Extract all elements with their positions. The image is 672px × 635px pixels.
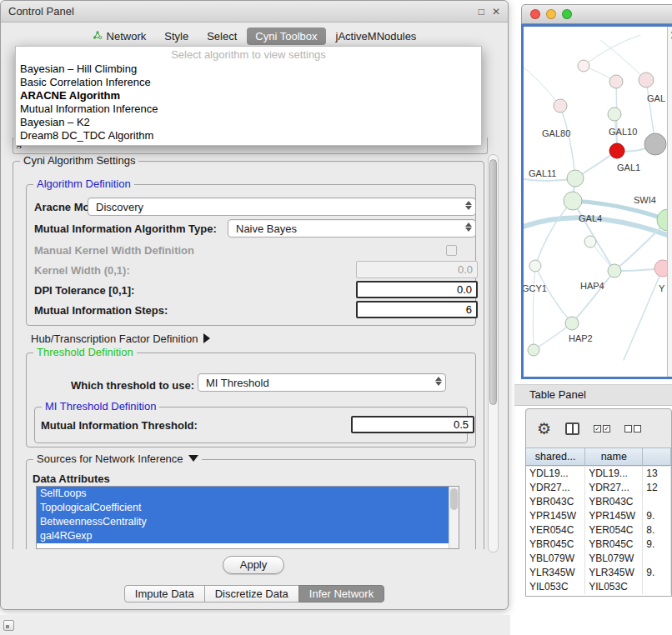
- column-header-name[interactable]: name: [585, 448, 643, 465]
- network-canvas[interactable]: GALGAL80GAL10GAL11GAL1SWI4GAL4GCY1HAP4YH…: [524, 27, 667, 377]
- bottom-tab-infer-network[interactable]: Infer Network: [298, 585, 384, 602]
- mi-type-combo[interactable]: Naive Bayes: [228, 219, 476, 238]
- column-header-shared[interactable]: shared...: [526, 448, 585, 465]
- aracne-mode-combo[interactable]: Discovery: [88, 198, 476, 216]
- network-node-label: GAL80: [542, 128, 570, 138]
- network-node[interactable]: [564, 192, 582, 210]
- network-node[interactable]: [608, 264, 621, 278]
- zoom-traffic-light-icon[interactable]: [562, 9, 572, 19]
- network-node-label: GAL: [647, 93, 665, 103]
- table-row[interactable]: YBR043CYBR043C: [526, 495, 671, 509]
- mi-type-value: Naive Bayes: [236, 222, 459, 235]
- aracne-mode-value: Discovery: [96, 201, 459, 213]
- select-all-checks-icon[interactable]: ✓✓: [594, 425, 610, 432]
- dpi-tolerance-field[interactable]: [356, 281, 478, 298]
- which-threshold-value: MI Threshold: [206, 377, 429, 389]
- attribute-item-selfloops[interactable]: SelfLoops: [37, 487, 449, 501]
- mi-steps-field[interactable]: [356, 301, 478, 318]
- minimize-traffic-light-icon[interactable]: [546, 9, 556, 19]
- columns-icon[interactable]: [565, 422, 579, 435]
- network-node-label: GAL4: [579, 213, 602, 223]
- dpi-tolerance-label: DPI Tolerance [0,1]:: [34, 282, 134, 299]
- tab-select[interactable]: Select: [198, 28, 245, 45]
- table-cell: YBL079W: [526, 552, 585, 566]
- tab-label: Network: [107, 30, 147, 42]
- settings-scrollbar[interactable]: [488, 154, 499, 552]
- network-tab-icon: [93, 30, 103, 42]
- network-node[interactable]: [584, 236, 596, 248]
- network-node[interactable]: [608, 108, 621, 121]
- network-node[interactable]: [528, 344, 539, 356]
- manual-kernel-label: Manual Kernel Width Definition: [34, 242, 194, 259]
- table-cell: 9.: [643, 538, 671, 552]
- table-row[interactable]: YDR27...YDR27...12: [526, 481, 671, 495]
- algorithm-dropdown-popup: Select algorithm to view settings Bayesi…: [15, 46, 482, 146]
- tab-network[interactable]: Network: [84, 28, 155, 45]
- network-edge: [535, 201, 573, 266]
- settings-scroll-viewport: Cyni Algorithm Settings Algorithm Defini…: [9, 154, 488, 549]
- settings-scrollbar-thumb[interactable]: [489, 159, 497, 405]
- which-threshold-label: Which threshold to use:: [71, 378, 194, 394]
- apply-button[interactable]: Apply: [223, 556, 284, 574]
- table-body: YDL19...YDL19...13YDR27...YDR27...12YBR0…: [526, 467, 671, 596]
- bottom-tab-discretize-data[interactable]: Discretize Data: [204, 585, 299, 602]
- network-node-label: HAP4: [580, 281, 604, 291]
- sources-group-title[interactable]: Sources for Network Inference: [33, 452, 202, 465]
- table-cell: [643, 552, 671, 566]
- float-window-icon[interactable]: □: [479, 7, 484, 17]
- attribute-item-topologicalcoefficient[interactable]: TopologicalCoefficient: [37, 501, 449, 515]
- bottom-strip: [0, 615, 510, 635]
- table-cell: YER054C: [526, 523, 585, 538]
- network-node[interactable]: [567, 170, 584, 187]
- algorithm-option-basic-correlation-inference[interactable]: Basic Correlation Inference: [16, 76, 481, 89]
- network-node[interactable]: [578, 60, 589, 72]
- table-row[interactable]: YBL079WYBL079W: [526, 552, 671, 566]
- algorithm-option-mutual-information-inference[interactable]: Mutual Information Inference: [16, 102, 481, 116]
- algorithm-option-dream8-dc-tdc-algorithm[interactable]: Dream8 DC_TDC Algorithm: [16, 129, 481, 142]
- network-edge: [624, 268, 663, 360]
- network-node[interactable]: [554, 99, 567, 112]
- network-node[interactable]: [609, 75, 623, 88]
- attribute-item-betweennesscentrality[interactable]: BetweennessCentrality: [37, 515, 449, 529]
- desktop: Control Panel □ ✕ NetworkStyleSelectCyni…: [0, 0, 672, 635]
- attribute-list-scrollbar[interactable]: [449, 487, 459, 548]
- control-panel-titlebar: Control Panel □ ✕: [1, 1, 508, 22]
- network-node[interactable]: [529, 260, 541, 272]
- attribute-item-gal4rgexp[interactable]: gal4RGexp: [37, 529, 449, 543]
- gear-icon[interactable]: ⚙: [537, 421, 551, 437]
- panel-toggle-icon[interactable]: [3, 620, 14, 631]
- manual-kernel-checkbox[interactable]: [446, 245, 457, 256]
- network-node[interactable]: [565, 317, 579, 330]
- table-row[interactable]: YLR345WYLR345W9.: [526, 566, 671, 580]
- network-node[interactable]: [609, 143, 624, 158]
- algorithm-option-bayesian-k2[interactable]: Bayesian – K2: [16, 116, 481, 129]
- network-node[interactable]: [657, 209, 667, 231]
- column-header-2[interactable]: [643, 448, 671, 465]
- network-node[interactable]: [639, 72, 654, 88]
- tab-style[interactable]: Style: [156, 28, 197, 45]
- network-node[interactable]: [654, 260, 667, 277]
- bottom-tab-impute-data[interactable]: Impute Data: [124, 585, 205, 602]
- algorithm-option-aracne-algorithm[interactable]: ARACNE Algorithm: [16, 89, 481, 102]
- clear-checks-icon[interactable]: [624, 425, 641, 432]
- network-node[interactable]: [644, 133, 666, 155]
- network-vertical-scrollbar[interactable]: ▴▾: [667, 27, 672, 377]
- table-row[interactable]: YIL053CYIL053C: [526, 580, 671, 594]
- table-row[interactable]: YDL19...YDL19...13: [526, 467, 671, 481]
- close-traffic-light-icon[interactable]: [530, 9, 540, 19]
- algorithm-option-bayesian-hill-climbing[interactable]: Bayesian – Hill Climbing: [16, 62, 481, 76]
- which-threshold-combo[interactable]: MI Threshold: [198, 373, 446, 392]
- mi-threshold-label: Mutual Information Threshold:: [41, 418, 198, 434]
- tab-jactivemnodules[interactable]: jActiveMNodules: [328, 28, 425, 45]
- table-row[interactable]: YBR045CYBR045C9.: [526, 538, 671, 552]
- tab-cyni-toolbox[interactable]: Cyni Toolbox: [247, 28, 325, 45]
- kernel-width-field[interactable]: [356, 261, 478, 278]
- mi-threshold-field[interactable]: [351, 416, 474, 433]
- table-row[interactable]: YPR145WYPR145W9.: [526, 509, 671, 523]
- table-header-row: shared...name: [526, 448, 671, 466]
- tab-label: Style: [164, 30, 188, 42]
- close-window-icon[interactable]: ✕: [492, 7, 500, 17]
- table-row[interactable]: YER054CYER054C8.: [526, 523, 671, 538]
- hub-definition-expander[interactable]: Hub/Transcription Factor Definition: [31, 331, 210, 348]
- network-window-titlebar: [521, 4, 672, 24]
